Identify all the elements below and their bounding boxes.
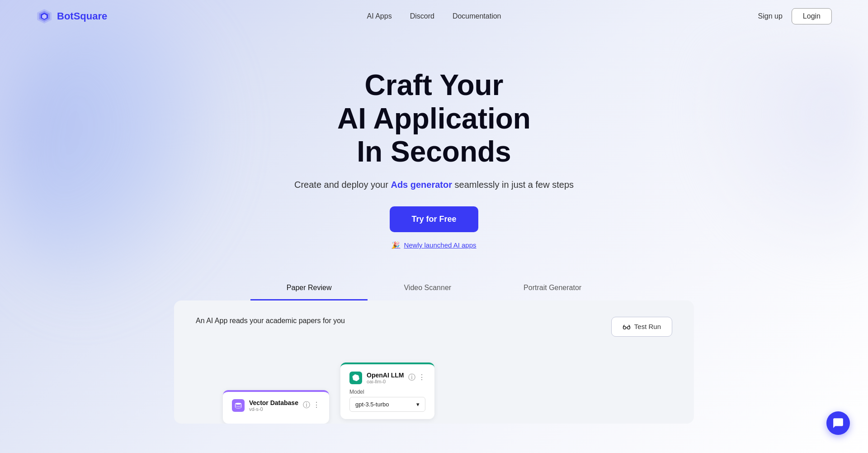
hero-subtitle: Create and deploy your Ads generator sea… [294,180,574,190]
tabs-nav: Paper Review Video Scanner Portrait Gene… [250,277,618,300]
tab-video-scanner[interactable]: Video Scanner [368,277,487,300]
model-select[interactable]: gpt-3.5-turbo ▾ [349,397,425,412]
svg-point-6 [235,403,241,405]
tab-paper-review[interactable]: Paper Review [250,277,368,300]
node-openai-llm: OpenAI LLM oai-llm-0 ⓘ ⋮ Model gpt-3.5-t… [340,362,434,419]
nav-actions: Sign up Login [758,8,832,24]
logo[interactable]: BotSquare [36,8,107,24]
demo-card-header: An AI App reads your academic papers for… [196,317,672,337]
logo-icon [36,8,52,24]
more-icon-2[interactable]: ⋮ [418,373,425,382]
test-run-button[interactable]: Test Run [611,317,672,337]
more-icon[interactable]: ⋮ [313,401,320,410]
node-vector-db: Vector Database vd-s-0 ⓘ ⋮ [223,390,329,424]
demo-card: An AI App reads your academic papers for… [174,300,694,424]
openai-subtitle: oai-llm-0 [367,379,404,384]
signup-button[interactable]: Sign up [758,12,783,20]
nav-link-ai-apps[interactable]: AI Apps [367,12,392,20]
vector-db-icon [232,399,245,412]
node-openai-header: OpenAI LLM oai-llm-0 ⓘ ⋮ [349,372,425,384]
vector-db-title: Vector Database [249,399,298,406]
tabs-section: Paper Review Video Scanner Portrait Gene… [0,277,868,424]
newly-launched-text: Newly launched AI apps [404,241,476,249]
model-label: Model [349,389,425,395]
nav-link-documentation[interactable]: Documentation [453,12,501,20]
glasses-icon [623,323,631,331]
hero-highlight: Ads generator [391,180,452,190]
vector-db-actions: ⓘ ⋮ [303,401,320,410]
logo-text: BotSquare [57,10,107,22]
openai-actions: ⓘ ⋮ [408,373,425,382]
vector-db-title-group: Vector Database vd-s-0 [249,399,298,412]
openai-icon [349,372,362,384]
hero-title: Craft Your AI Application In Seconds [337,69,531,169]
newly-launched-emoji: 🎉 [392,241,400,249]
model-field: Model gpt-3.5-turbo ▾ [349,389,425,412]
node-vector-header: Vector Database vd-s-0 ⓘ ⋮ [232,399,320,412]
info-icon[interactable]: ⓘ [303,401,310,410]
nodes-preview: Vector Database vd-s-0 ⓘ ⋮ [196,351,672,424]
openai-title-group: OpenAI LLM oai-llm-0 [367,372,404,384]
chat-widget-button[interactable] [826,411,850,435]
navbar: BotSquare AI Apps Discord Documentation … [0,0,868,33]
model-value: gpt-3.5-turbo [355,401,389,408]
try-for-free-button[interactable]: Try for Free [390,206,478,232]
newly-launched-link[interactable]: 🎉 Newly launched AI apps [392,241,476,249]
hero-section: Craft Your AI Application In Seconds Cre… [0,33,868,277]
vector-db-subtitle: vd-s-0 [249,406,298,412]
login-button[interactable]: Login [792,8,832,24]
chat-icon [832,417,844,429]
chevron-down-icon: ▾ [416,401,420,408]
tab-portrait-generator[interactable]: Portrait Generator [487,277,618,300]
info-icon-2[interactable]: ⓘ [408,373,415,382]
demo-description: An AI App reads your academic papers for… [196,317,345,325]
nav-link-discord[interactable]: Discord [410,12,434,20]
openai-title: OpenAI LLM [367,372,404,379]
nav-links: AI Apps Discord Documentation [367,12,501,20]
